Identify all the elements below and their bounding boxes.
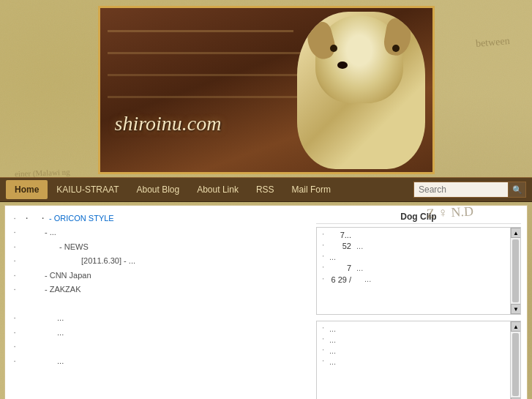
item-text: - CNN Japan [23,270,91,281]
clip-bullet: ・ [320,252,326,261]
clip-count: 6 29 / [329,275,351,284]
item-text: - ... [23,227,56,238]
list-item: ・ - NEWS [11,240,310,254]
bullet: ・ [11,228,18,238]
clip-dots: ... [329,324,336,333]
item-prefix: ・ ・ [23,214,47,223]
left-panel: ・ ・ ・ - ORICON STYLE ・ - ... ・ [11,212,310,399]
clip-bullet: ・ [320,346,326,355]
clip-scroll-area-top: ▲ ▼ ・ 7... ・ 52 ... [316,227,521,315]
bullet: ・ [11,328,18,338]
header-area: shiroinu.com [0,0,532,177]
main-content: ・ ・ ・ - ORICON STYLE ・ - ... ・ [4,205,528,399]
clip-count: 52 [329,242,351,250]
clip-scroll-area-bottom: ▲ ▼ ・ ... ・ ... [316,321,521,399]
scrollbar-track-bottom: ▲ ▼ [510,321,520,399]
list-item: ・ ... [11,311,310,325]
scrollbar-track-top: ▲ ▼ [510,228,520,314]
list-item: ・ ... [11,326,310,340]
scroll-down-btn[interactable]: ▼ [511,304,521,314]
nav-item-kailu[interactable]: KAILU-STRAAT [48,180,127,199]
bullet: ・ [11,285,18,295]
bullet: ・ [11,342,18,352]
clip-bullet: ・ [320,275,326,284]
search-input[interactable] [413,182,509,198]
clip-dots: ... [329,253,336,261]
nav-item-about-link[interactable]: About Link [188,180,247,199]
page-wrapper: between Z ♀ N.D einer (Malawi ng [0,0,532,399]
clip-dots: ... [329,335,336,344]
nav-item-mail-form[interactable]: Mail Form [283,180,340,199]
navbar: Home KAILU-STRAAT About Blog About Link … [0,177,532,202]
item-text [23,341,25,352]
clip-count: 7... [329,231,351,239]
list-item: ・ [11,340,310,354]
nav-item-home[interactable]: Home [6,180,48,199]
clip-item: ・ 6 29 / ... [320,273,506,286]
item-text: ... [23,356,64,367]
banner-container: shiroinu.com [98,6,435,174]
nav-items: Home KAILU-STRAAT About Blog About Link … [6,180,413,199]
list-item: ・ ・ ・ - ORICON STYLE [11,212,310,225]
search-button[interactable]: 🔍 [509,182,526,198]
clip-bullet: ・ [320,230,326,239]
search-icon: 🔍 [512,185,522,195]
scrollbar-thumb-2 [512,333,519,396]
list-item: ・ - ZAKZAK [11,283,310,297]
bullet: ・ [11,313,18,324]
item-link[interactable]: - ORICON STYLE [49,214,114,223]
item-spacer: - ZAKZAK [45,285,81,294]
clip-bullet: ・ [320,241,326,250]
item-text: - ZAKZAK [23,284,81,295]
list-item: ・ - ... [11,225,310,239]
list-item: ・ [2011.6.30] - ... [11,254,310,268]
dog-clip-header: Dog Clip [316,212,521,224]
content-grid: ・ ・ ・ - ORICON STYLE ・ - ... ・ [11,212,521,399]
list-item: ・ ... [11,354,310,368]
nav-item-about-blog[interactable]: About Blog [127,180,188,199]
bullet: ・ [11,214,18,224]
clip-dots: ... [329,357,336,366]
section-separator [11,304,310,311]
item-spacer: - CNN Japan [45,271,91,280]
list-item: ・ - CNN Japan [11,269,310,283]
clip-dots: ... [354,242,363,250]
clip-bullet: ・ [320,357,326,366]
list-section-2: ・ ... ・ ... ・ ・ ... [11,311,310,368]
scrollbar-thumb [512,239,519,302]
second-clip-section: ▲ ▼ ・ ... ・ ... [316,321,521,399]
banner-title: shiroinu.com [115,112,222,135]
item-text: [2011.6.30] - ... [23,256,135,266]
bullet: ・ [11,242,18,253]
clip-item: ・ 52 ... [320,240,506,251]
clip-dots: ... [329,346,336,355]
scroll-up-btn-2[interactable]: ▲ [511,321,521,332]
clip-list-bottom: ・ ... ・ ... ・ ... [317,321,520,368]
item-text: ... [23,327,64,338]
item-text: ... [23,313,64,324]
item-text: ・ ・ - ORICON STYLE [23,213,114,224]
clip-item: ・ 7 ... [320,262,506,273]
clip-item: ・ ... [320,323,506,334]
clip-bullet: ・ [320,324,326,333]
item-spacer: - ... [45,228,56,236]
search-area: 🔍 [413,182,526,198]
scroll-up-btn[interactable]: ▲ [511,228,521,238]
clip-item: ・ ... [320,251,506,262]
clip-item: ・ ... [320,345,506,356]
clip-count: 7 [329,264,351,272]
bullet: ・ [11,357,18,367]
nav-item-rss[interactable]: RSS [247,180,283,199]
clip-item: ・ ... [320,334,506,345]
clip-dots: ... [354,264,363,272]
item-text: - NEWS [23,242,89,253]
clip-item: ・ 7... [320,229,506,240]
right-panel: Dog Clip ▲ ▼ ・ 7... ・ [316,212,521,399]
item-spacer: [2011.6.30] - ... [81,256,135,265]
bullet: ・ [11,256,18,266]
clip-item: ・ ... [320,356,506,367]
clip-bullet: ・ [320,335,326,344]
list-section-1: ・ ・ ・ - ORICON STYLE ・ - ... ・ [11,212,310,297]
bullet: ・ [11,271,18,281]
clip-dots: ... [354,274,371,285]
